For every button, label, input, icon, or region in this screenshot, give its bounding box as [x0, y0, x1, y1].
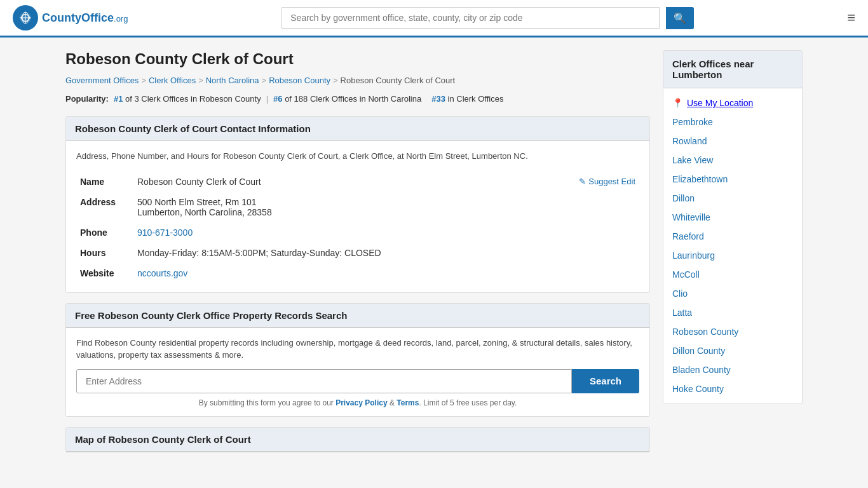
- sidebar-item-clio: Clio: [663, 284, 802, 303]
- address-label: Address: [76, 192, 133, 222]
- menu-icon[interactable]: ≡: [847, 10, 855, 26]
- sidebar-item-lakeview: Lake View: [663, 151, 802, 170]
- pembroke-link[interactable]: Pembroke: [672, 117, 713, 127]
- name-value: Robeson County Clerk of Court ✎ Suggest …: [133, 172, 639, 192]
- table-row-hours: Hours Monday-Friday: 8:15AM-5:00PM; Satu…: [76, 243, 639, 263]
- sidebar-item-elizabethtown: Elizabethtown: [663, 170, 802, 189]
- header: CountyOffice.org 🔍 ≡: [0, 0, 868, 37]
- contact-section-header: Robeson County Clerk of Court Contact In…: [66, 117, 649, 141]
- hours-label: Hours: [76, 243, 133, 263]
- page-container: Robeson County Clerk of Court Government…: [53, 37, 815, 475]
- page-title: Robeson County Clerk of Court: [65, 50, 650, 68]
- breadcrumb-item-1[interactable]: Government Offices: [65, 76, 139, 85]
- property-description: Find Robeson County residential property…: [76, 337, 639, 362]
- contact-description: Address, Phone Number, and Hours for Rob…: [76, 150, 639, 163]
- table-row-phone: Phone 910-671-3000: [76, 222, 639, 243]
- property-section-body: Find Robeson County residential property…: [66, 328, 649, 416]
- sidebar-item-robeson-county: Robeson County: [663, 322, 802, 341]
- name-label: Name: [76, 172, 133, 192]
- table-row-address: Address 500 North Elm Street, Rm 101 Lum…: [76, 192, 639, 222]
- table-row-website: Website nccourts.gov: [76, 263, 639, 283]
- hoke-county-link[interactable]: Hoke County: [672, 384, 724, 394]
- sidebar-item-laurinburg: Laurinburg: [663, 246, 802, 265]
- main-content: Robeson County Clerk of Court Government…: [65, 50, 650, 463]
- phone-link[interactable]: 910-671-3000: [137, 227, 193, 238]
- property-search-button[interactable]: Search: [572, 369, 639, 393]
- breadcrumb-sep-4: >: [333, 76, 338, 85]
- sidebar-item-whiteville: Whiteville: [663, 208, 802, 227]
- rowland-link[interactable]: Rowland: [672, 136, 707, 146]
- sidebar-item-raeford: Raeford: [663, 227, 802, 246]
- whiteville-link[interactable]: Whiteville: [672, 212, 710, 222]
- contact-section: Robeson County Clerk of Court Contact In…: [65, 116, 650, 293]
- latta-link[interactable]: Latta: [672, 308, 692, 318]
- location-dot-icon: 📍: [672, 98, 683, 108]
- property-section-header: Free Robeson County Clerk Office Propert…: [66, 304, 649, 328]
- contact-section-body: Address, Phone Number, and Hours for Rob…: [66, 141, 649, 292]
- sidebar-item-dillon-county: Dillon County: [663, 341, 802, 360]
- phone-value: 910-671-3000: [133, 222, 639, 243]
- sidebar-list: 📍 Use My Location Pembroke Rowland Lake …: [663, 88, 802, 403]
- website-value: nccourts.gov: [133, 263, 639, 283]
- mccoll-link[interactable]: McColl: [672, 269, 700, 280]
- breadcrumb: Government Offices > Clerk Offices > Nor…: [65, 76, 650, 85]
- map-section: Map of Robeson County Clerk of Court: [65, 427, 650, 452]
- sidebar-item-bladen-county: Bladen County: [663, 360, 802, 379]
- popularity-bar: Popularity: #1 of 3 Clerk Offices in Rob…: [65, 94, 650, 104]
- table-row-name: Name Robeson County Clerk of Court ✎ Sug…: [76, 172, 639, 192]
- map-section-header: Map of Robeson County Clerk of Court: [66, 428, 649, 452]
- phone-label: Phone: [76, 222, 133, 243]
- lakeview-link[interactable]: Lake View: [672, 155, 713, 165]
- clio-link[interactable]: Clio: [672, 288, 688, 299]
- sidebar: Clerk Offices near Lumberton 📍 Use My Lo…: [663, 50, 803, 463]
- sidebar-item-hoke-county: Hoke County: [663, 379, 802, 398]
- suggest-edit-link[interactable]: ✎ Suggest Edit: [579, 177, 635, 186]
- address-value: 500 North Elm Street, Rm 101 Lumberton, …: [133, 192, 639, 222]
- use-my-location-button[interactable]: 📍 Use My Location: [663, 93, 802, 112]
- header-search-area: 🔍: [281, 7, 694, 29]
- website-label: Website: [76, 263, 133, 283]
- laurinburg-link[interactable]: Laurinburg: [672, 250, 715, 261]
- sidebar-item-dillon: Dillon: [663, 189, 802, 208]
- breadcrumb-sep-3: >: [262, 76, 267, 85]
- logo: CountyOffice.org: [13, 5, 128, 30]
- logo-icon: [13, 5, 38, 30]
- header-search-button[interactable]: 🔍: [666, 7, 694, 29]
- hours-value: Monday-Friday: 8:15AM-5:00PM; Saturday-S…: [133, 243, 639, 263]
- sidebar-title: Clerk Offices near Lumberton: [663, 51, 802, 88]
- sidebar-item-mccoll: McColl: [663, 265, 802, 284]
- suggest-edit-icon: ✎: [579, 177, 586, 186]
- popularity-rank2: #6 of 188 Clerk Offices in North Carolin…: [273, 94, 421, 104]
- search-icon: 🔍: [674, 13, 686, 24]
- address-search-row: Search: [76, 369, 639, 393]
- sidebar-item-rowland: Rowland: [663, 132, 802, 151]
- elizabethtown-link[interactable]: Elizabethtown: [672, 174, 728, 184]
- breadcrumb-sep-2: >: [198, 76, 203, 85]
- use-location-link[interactable]: Use My Location: [687, 98, 753, 108]
- address-search-input[interactable]: [76, 369, 572, 393]
- breadcrumb-sep-1: >: [141, 76, 146, 85]
- breadcrumb-item-4[interactable]: Robeson County: [269, 76, 330, 85]
- raeford-link[interactable]: Raeford: [672, 231, 704, 241]
- sidebar-item-pembroke: Pembroke: [663, 112, 802, 132]
- breadcrumb-item-5: Robeson County Clerk of Court: [341, 76, 456, 85]
- popularity-rank1: #1 of 3 Clerk Offices in Robeson County: [114, 94, 261, 104]
- property-section: Free Robeson County Clerk Office Propert…: [65, 303, 650, 417]
- header-search-input[interactable]: [281, 7, 660, 29]
- pop-divider-1: |: [266, 94, 268, 104]
- breadcrumb-item-2[interactable]: Clerk Offices: [149, 76, 196, 85]
- form-disclaimer: By submitting this form you agree to our…: [76, 398, 639, 407]
- dillon-county-link[interactable]: Dillon County: [672, 346, 725, 356]
- privacy-policy-link[interactable]: Privacy Policy: [336, 398, 387, 407]
- sidebar-box: Clerk Offices near Lumberton 📍 Use My Lo…: [663, 50, 803, 404]
- popularity-label: Popularity:: [65, 94, 109, 104]
- dillon-link[interactable]: Dillon: [672, 193, 695, 203]
- robeson-county-link[interactable]: Robeson County: [672, 327, 738, 337]
- bladen-county-link[interactable]: Bladen County: [672, 365, 731, 375]
- contact-info-table: Name Robeson County Clerk of Court ✎ Sug…: [76, 172, 639, 283]
- logo-text: CountyOffice.org: [42, 11, 128, 25]
- breadcrumb-item-3[interactable]: North Carolina: [206, 76, 259, 85]
- website-link[interactable]: nccourts.gov: [137, 268, 187, 278]
- sidebar-item-latta: Latta: [663, 303, 802, 322]
- terms-link[interactable]: Terms: [397, 398, 419, 407]
